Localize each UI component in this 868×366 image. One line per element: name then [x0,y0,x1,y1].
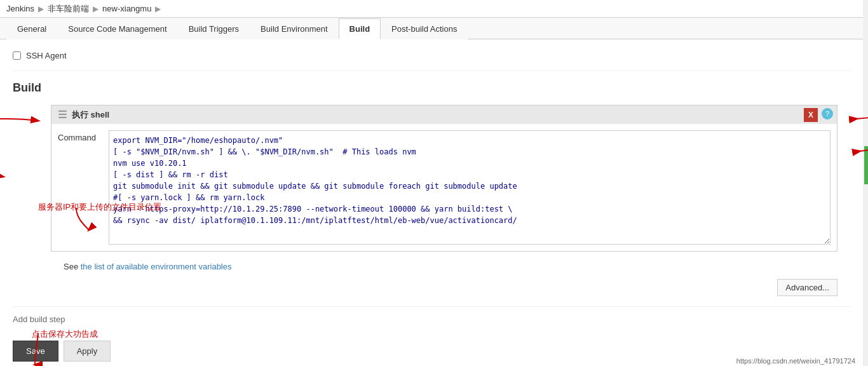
remove-shell-button[interactable]: X [804,108,818,122]
build-title: Build [13,81,850,95]
ssh-agent-label: SSH Agent [26,51,67,60]
action-buttons: Save Apply [13,334,850,366]
add-build-section: Add build step [13,306,850,324]
ssh-agent-row: SSH Agent [13,46,850,71]
scroll-indicator [864,146,868,184]
command-label: Command [58,130,102,245]
breadcrumb-sep-2: ▶ [93,4,98,13]
shell-header-label: 执行 shell [72,109,109,121]
url-bar: https://blog.csdn.net/weixin_41791724 [736,357,855,365]
tab-source-code[interactable]: Source Code Management [57,18,177,39]
ssh-agent-checkbox[interactable] [13,51,21,60]
apply-button[interactable]: Apply [64,341,111,362]
env-link-row: See the list of available environment va… [64,262,850,271]
tab-build[interactable]: Build [339,18,381,39]
breadcrumb: Jenkins ▶ 非车险前端 ▶ new-xiangmu ▶ [0,0,868,18]
breadcrumb-fei-che-xian[interactable]: 非车险前端 [48,3,89,15]
tab-post-build[interactable]: Post-build Actions [381,18,468,39]
tab-navigation: General Source Code Management Build Tri… [0,18,863,39]
drag-handle-icon[interactable]: ☰ [58,109,67,121]
env-link-see-text: See [64,262,81,271]
tab-build-triggers[interactable]: Build Triggers [178,18,250,39]
tab-build-environment[interactable]: Build Environment [250,18,339,39]
shell-block: ☰ 执行 shell X ? Command [51,105,837,252]
right-sidebar [863,0,868,366]
breadcrumb-sep-1: ▶ [38,4,44,13]
help-icon[interactable]: ? [822,108,833,119]
advanced-button[interactable]: Advanced... [777,279,837,296]
env-link-anchor[interactable]: the list of available environment variab… [81,262,232,271]
breadcrumb-sep-3: ▶ [155,4,161,13]
command-textarea[interactable] [109,130,831,245]
tab-general[interactable]: General [6,18,57,39]
shell-content: Command [51,124,837,251]
save-button[interactable]: Save [13,341,58,362]
breadcrumb-jenkins[interactable]: Jenkins [6,4,34,13]
advanced-row: Advanced... [13,279,837,296]
shell-header: ☰ 执行 shell [51,105,837,124]
breadcrumb-new-xiangmu[interactable]: new-xiangmu [102,4,151,13]
add-build-label: Add build step [13,315,65,324]
